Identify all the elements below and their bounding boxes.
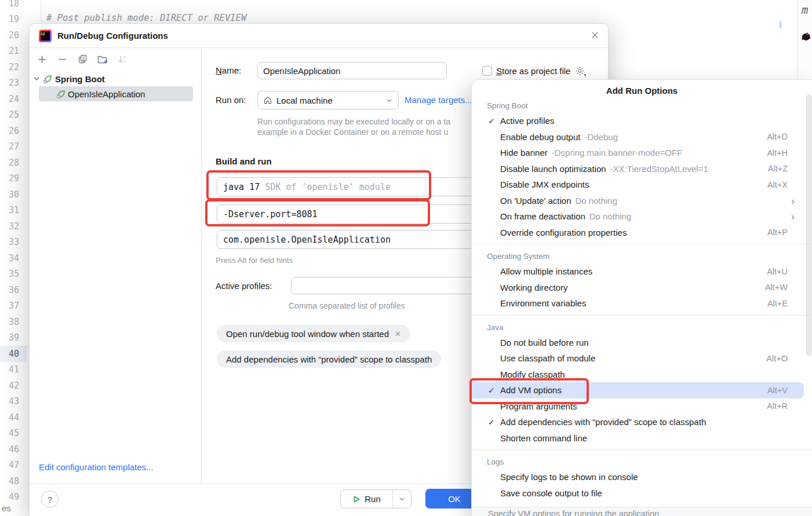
menu-item-label: Enable debug output	[500, 132, 580, 142]
menu-item-label: On frame deactivation	[500, 211, 585, 221]
popup-menu-item[interactable]: Use classpath of moduleAlt+O	[472, 350, 812, 367]
popup-menu-item[interactable]: Working directoryAlt+W	[472, 280, 812, 296]
alt-hint: Press Alt for field hints	[216, 256, 293, 265]
popup-menu-item[interactable]: ✓Add dependencies with “provided” scope …	[472, 414, 812, 430]
run-label: Run	[365, 494, 381, 504]
new-folder-icon[interactable]	[96, 52, 110, 66]
popup-menu-item[interactable]: Do not build before run	[472, 335, 812, 351]
editor-line-number: 19	[0, 12, 27, 28]
line-number-text: 33	[9, 237, 19, 247]
home-icon	[263, 96, 272, 105]
line-number-text: 22	[9, 62, 19, 72]
active-profiles-label: Active profiles:	[216, 281, 272, 291]
line-number-text: 37	[9, 301, 19, 311]
store-as-project-file-label: Store as project file	[496, 66, 570, 76]
line-number-text: 26	[9, 126, 19, 136]
line-number-text: 36	[9, 285, 19, 295]
popup-menu-item[interactable]: Enable debug output-DdebugAlt+D	[472, 129, 812, 145]
editor-line-number: 38	[0, 314, 27, 330]
run-split-button[interactable]: Run	[340, 489, 412, 508]
editor-line-number: 39	[0, 330, 27, 346]
annotation-box-vm-options-field	[205, 199, 430, 226]
menu-separator	[472, 315, 812, 316]
editor-line-number: 29	[0, 171, 27, 187]
store-as-project-file-checkbox[interactable]	[482, 66, 492, 76]
configurations-sidebar: az Spring Boot OpenIsleApplication	[30, 48, 202, 484]
popup-menu-item[interactable]: Allow multiple instancesAlt+U	[472, 264, 812, 280]
chevron-down-icon[interactable]	[32, 75, 41, 83]
tree-node-openisleapplication-selected[interactable]: OpenIsleApplication	[39, 86, 193, 101]
menu-item-shortcut: Alt+P	[767, 228, 788, 237]
menu-section-header: Logs	[472, 453, 812, 469]
menu-item-hint: Do nothing	[589, 211, 632, 221]
popup-menu-item[interactable]: Hide banner-Dspring.main.banner-mode=OFF…	[472, 145, 812, 161]
sort-alphabetically-icon[interactable]: az	[116, 52, 130, 66]
popup-menu-item[interactable]: Override configuration propertiesAlt+P	[472, 225, 812, 241]
menu-item-label: Specify logs to be shown in console	[500, 472, 638, 482]
menu-separator	[472, 449, 812, 450]
menu-item-hint: -Dspring.main.banner-mode=OFF	[552, 148, 683, 158]
line-number-text: 29	[9, 173, 19, 184]
manage-targets-link[interactable]: Manage targets...	[405, 95, 472, 105]
popup-menu-item[interactable]: ✓Active profiles	[472, 113, 812, 129]
help-button[interactable]: ?	[41, 491, 59, 508]
popup-menu-item[interactable]: On 'Update' actionDo nothing›	[472, 193, 812, 209]
popup-menu-item[interactable]: Disable JMX endpointsAlt+X	[472, 177, 812, 193]
copy-icon[interactable]	[75, 52, 89, 66]
line-number-text: 38	[9, 317, 19, 327]
line-number-text: 48	[9, 476, 19, 486]
run-on-label: Run on:	[216, 95, 246, 105]
close-icon[interactable]	[589, 31, 600, 41]
editor-line-number: 42	[0, 378, 27, 394]
line-number-text: 23	[9, 78, 19, 88]
add-icon[interactable]	[35, 52, 49, 66]
popup-menu-item[interactable]: Shorten command line	[472, 430, 812, 447]
gear-icon[interactable]	[574, 65, 585, 76]
line-number-text: 41	[9, 364, 19, 375]
line-number-text: 30	[9, 189, 19, 200]
run-on-help-line1: Run configurations may be executed local…	[257, 117, 450, 126]
tag-close-icon[interactable]: ✕	[395, 330, 401, 338]
popup-scrollbar[interactable]	[806, 95, 811, 356]
line-number-text: 19	[9, 14, 19, 24]
line-number-text: 25	[9, 109, 19, 120]
popup-menu-item[interactable]: Disable launch optimization-XX:TieredSto…	[472, 161, 812, 177]
editor-line-number: 32	[0, 218, 27, 235]
editor-line-number: 22	[0, 59, 27, 75]
popup-menu-item[interactable]: On frame deactivationDo nothing›	[472, 208, 812, 225]
name-input[interactable]: OpenIsleApplication	[257, 62, 447, 79]
popup-menu: Spring Boot✓Active profilesEnable debug …	[472, 96, 812, 501]
chevron-down-icon	[385, 97, 393, 104]
editor-line-number: 37	[0, 298, 27, 314]
option-tag[interactable]: Open run/debug tool window when started✕	[217, 325, 410, 342]
line-number-text: 31	[9, 205, 19, 215]
editor-line-number: 45	[0, 426, 27, 442]
popup-menu-item[interactable]: Environment variablesAlt+E	[472, 295, 812, 312]
editor-line-number: 46	[0, 441, 27, 458]
edit-configuration-templates-link[interactable]: Edit configuration templates...	[39, 462, 154, 472]
line-number-text: 49	[9, 492, 19, 502]
run-on-select[interactable]: Local machine	[257, 91, 399, 109]
run-dropdown-button[interactable]	[392, 490, 411, 508]
run-button[interactable]: Run	[341, 490, 392, 508]
indent-guide	[41, 0, 41, 23]
tree-node-spring-boot[interactable]: Spring Boot	[30, 71, 201, 86]
tree-child-label: OpenIsleApplication	[68, 89, 145, 99]
line-number-text: 27	[9, 141, 19, 152]
editor-line-number: 35	[0, 266, 27, 283]
gear-dropdown-triangle	[584, 74, 586, 76]
remove-icon[interactable]	[55, 52, 69, 66]
active-profiles-hint: Comma separated list of profiles	[289, 301, 405, 310]
editor-line-number: 27	[0, 139, 27, 155]
menu-item-shortcut: Alt+H	[767, 148, 788, 158]
main-class-field[interactable]: com.openisle.OpenIsleApplication	[217, 230, 479, 249]
menu-item-shortcut: Alt+O	[766, 354, 788, 363]
popup-menu-item[interactable]: Specify logs to be shown in console	[472, 469, 812, 485]
option-tag[interactable]: Add dependencies with “provided” scope t…	[217, 350, 441, 368]
menu-item-label: Disable JMX endpoints	[500, 180, 589, 189]
popup-menu-item[interactable]: Save console output to file	[472, 485, 812, 502]
bird-icon	[800, 31, 811, 42]
menu-item-shortcut: Alt+Z	[768, 164, 788, 173]
line-number-text: 24	[9, 94, 19, 104]
menu-item-label: On 'Update' action	[500, 196, 571, 206]
